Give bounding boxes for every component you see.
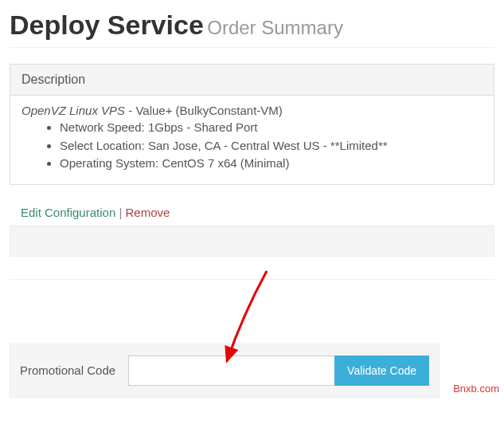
product-name: OpenVZ Linux VPS: [21, 104, 125, 117]
empty-panel-row: [10, 226, 494, 257]
description-panel-header: Description: [10, 65, 494, 96]
watermark: Bnxb.com: [453, 383, 499, 395]
description-panel: Description OpenVZ Linux VPS - Value+ (B…: [10, 64, 494, 185]
remove-link[interactable]: Remove: [126, 206, 170, 219]
promo-label: Promotional Code: [20, 363, 115, 377]
item-actions: Edit Configuration | Remove: [10, 199, 494, 226]
promo-code-input[interactable]: [128, 355, 334, 386]
description-panel-body: OpenVZ Linux VPS - Value+ (BulkyConstant…: [10, 96, 494, 184]
list-item: Select Location: San Jose, CA - Central …: [60, 137, 483, 155]
product-variant: - Value+ (BulkyConstant-VM): [125, 104, 283, 117]
promo-input-group: Validate Code: [128, 355, 429, 386]
edit-configuration-link[interactable]: Edit Configuration: [21, 206, 115, 219]
spec-list: Network Speed: 1Gbps - Shared Port Selec…: [21, 119, 483, 173]
validate-code-button[interactable]: Validate Code: [334, 355, 429, 386]
page-header: Deploy Service Order Summary: [10, 0, 494, 48]
page-title: Deploy Service: [10, 10, 204, 40]
list-item: Network Speed: 1Gbps - Shared Port: [60, 119, 483, 137]
list-item: Operating System: CentOS 7 x64 (Minimal): [60, 155, 483, 173]
divider: [10, 279, 494, 280]
separator: |: [119, 206, 125, 219]
promotional-code-row: Promotional Code Validate Code: [10, 344, 440, 398]
page-subtitle: Order Summary: [207, 17, 343, 38]
